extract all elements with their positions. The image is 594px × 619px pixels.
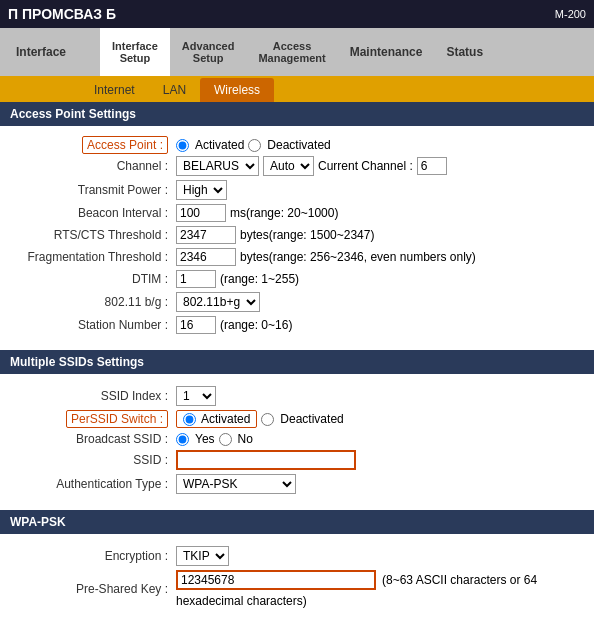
transmit-power-select[interactable]: High [176, 180, 227, 200]
broadcast-ssid-label: Broadcast SSID : [16, 432, 176, 446]
frag-input[interactable] [176, 248, 236, 266]
ssid-row: SSID : [16, 450, 578, 470]
channel-auto-select[interactable]: Auto [263, 156, 314, 176]
tab-interface-setup[interactable]: InterfaceSetup [100, 28, 170, 76]
dot11-label: 802.11 b/g : [16, 295, 176, 309]
ssid-label: SSID : [16, 453, 176, 467]
tab-maintenance[interactable]: Maintenance [338, 28, 435, 76]
logo: П ПРОМСВАЗ Б [8, 6, 116, 22]
broadcast-no-radio[interactable] [219, 433, 232, 446]
interface-label: Interface [0, 28, 100, 76]
encryption-row: Encryption : TKIP [16, 546, 578, 566]
rts-value: bytes(range: 1500~2347) [176, 226, 374, 244]
access-point-section-header: Access Point Settings [0, 102, 594, 126]
subtab-internet[interactable]: Internet [80, 78, 149, 102]
frag-value: bytes(range: 256~2346, even numbers only… [176, 248, 476, 266]
ap-activated-radio[interactable] [176, 139, 189, 152]
encryption-label: Encryption : [16, 549, 176, 563]
main-nav: Interface InterfaceSetup AdvancedSetup A… [0, 28, 594, 76]
access-point-value: Activated Deactivated [176, 138, 331, 152]
transmit-power-label: Transmit Power : [16, 183, 176, 197]
beacon-interval-row: Beacon Interval : ms(range: 20~1000) [16, 204, 578, 222]
per-ssid-switch-row: PerSSID Switch : Activated Deactivated [16, 410, 578, 428]
dtim-input[interactable] [176, 270, 216, 288]
ssid-index-select[interactable]: 1 [176, 386, 216, 406]
pre-shared-key-value: (8~63 ASCII characters or 64 hexadecimal… [176, 570, 537, 608]
access-point-row: Access Point : Activated Deactivated [16, 138, 578, 152]
auth-type-select[interactable]: WPA-PSK [176, 474, 296, 494]
ssid-input[interactable] [176, 450, 356, 470]
broadcast-yes-radio[interactable] [176, 433, 189, 446]
subtab-lan[interactable]: LAN [149, 78, 200, 102]
tab-access-management[interactable]: AccessManagement [246, 28, 337, 76]
wpa-psk-section-header: WPA-PSK [0, 510, 594, 534]
frag-row: Fragmentation Threshold : bytes(range: 2… [16, 248, 578, 266]
encryption-value: TKIP [176, 546, 229, 566]
subtab-wireless[interactable]: Wireless [200, 78, 274, 102]
station-input[interactable] [176, 316, 216, 334]
dot11-select[interactable]: 802.11b+g [176, 292, 260, 312]
station-label: Station Number : [16, 318, 176, 332]
dot11-value: 802.11b+g [176, 292, 260, 312]
pre-shared-key-input[interactable] [176, 570, 376, 590]
station-row: Station Number : (range: 0~16) [16, 316, 578, 334]
per-ssid-activated-option: Activated [176, 410, 257, 428]
per-ssid-deactivated-radio[interactable] [261, 413, 274, 426]
channel-label: Channel : [16, 159, 176, 173]
per-ssid-activated-radio[interactable] [183, 413, 196, 426]
dtim-row: DTIM : (range: 1~255) [16, 270, 578, 288]
auth-type-label: Authentication Type : [16, 477, 176, 491]
pre-shared-key-label: Pre-Shared Key : [16, 582, 176, 596]
ssid-index-row: SSID Index : 1 [16, 386, 578, 406]
auth-type-row: Authentication Type : WPA-PSK [16, 474, 578, 494]
per-ssid-switch-label: PerSSID Switch : [16, 412, 176, 426]
multiple-ssid-section-header: Multiple SSIDs Settings [0, 350, 594, 374]
tab-status[interactable]: Status [434, 28, 495, 76]
topbar: П ПРОМСВАЗ Б M-200 [0, 0, 594, 28]
ssid-value [176, 450, 356, 470]
broadcast-ssid-value: Yes No [176, 432, 253, 446]
dtim-label: DTIM : [16, 272, 176, 286]
ssid-index-value: 1 [176, 386, 216, 406]
broadcast-ssid-row: Broadcast SSID : Yes No [16, 432, 578, 446]
access-point-label: Access Point : [16, 138, 176, 152]
transmit-power-value: High [176, 180, 227, 200]
channel-row: Channel : BELARUS Auto Current Channel : [16, 156, 578, 176]
rts-row: RTS/CTS Threshold : bytes(range: 1500~23… [16, 226, 578, 244]
auth-type-value: WPA-PSK [176, 474, 296, 494]
encryption-select[interactable]: TKIP [176, 546, 229, 566]
per-ssid-switch-value: Activated Deactivated [176, 410, 344, 428]
channel-select[interactable]: BELARUS [176, 156, 259, 176]
access-point-settings: Access Point : Activated Deactivated Cha… [0, 126, 594, 350]
model: M-200 [555, 8, 586, 20]
pre-shared-key-row: Pre-Shared Key : (8~63 ASCII characters … [16, 570, 578, 608]
station-value: (range: 0~16) [176, 316, 292, 334]
dot11-row: 802.11 b/g : 802.11b+g [16, 292, 578, 312]
current-channel-input[interactable] [417, 157, 447, 175]
ssid-index-label: SSID Index : [16, 389, 176, 403]
channel-value: BELARUS Auto Current Channel : [176, 156, 447, 176]
frag-label: Fragmentation Threshold : [16, 250, 176, 264]
dtim-value: (range: 1~255) [176, 270, 299, 288]
rts-label: RTS/CTS Threshold : [16, 228, 176, 242]
transmit-power-row: Transmit Power : High [16, 180, 578, 200]
rts-input[interactable] [176, 226, 236, 244]
beacon-interval-input[interactable] [176, 204, 226, 222]
beacon-interval-value: ms(range: 20~1000) [176, 204, 338, 222]
ap-deactivated-radio[interactable] [248, 139, 261, 152]
multiple-ssid-settings: SSID Index : 1 PerSSID Switch : Activate… [0, 374, 594, 510]
wpa-psk-settings: Encryption : TKIP Pre-Shared Key : (8~63… [0, 534, 594, 619]
sub-nav: Internet LAN Wireless [0, 76, 594, 102]
tab-advanced-setup[interactable]: AdvancedSetup [170, 28, 247, 76]
beacon-interval-label: Beacon Interval : [16, 206, 176, 220]
